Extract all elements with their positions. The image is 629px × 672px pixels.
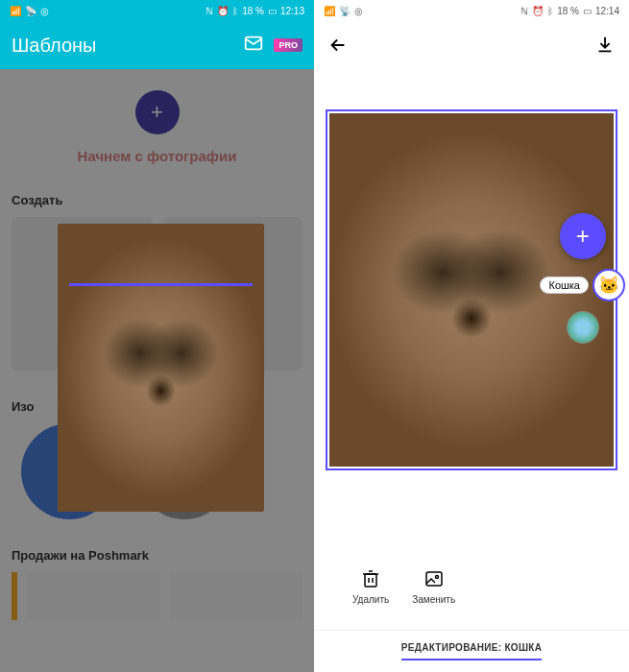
photo-processing-overlay xyxy=(58,224,264,512)
editor-top-bar xyxy=(314,21,629,69)
svg-rect-2 xyxy=(426,572,442,586)
delete-label: Удалить xyxy=(352,594,389,605)
signal-icon: 📶 xyxy=(10,6,21,16)
photo-preview xyxy=(58,224,264,512)
background-layer-button[interactable] xyxy=(567,311,599,344)
mail-icon[interactable] xyxy=(243,33,264,58)
app-bar: Шаблоны PRO xyxy=(0,21,314,69)
svg-point-3 xyxy=(435,576,438,579)
add-layer-button[interactable]: + xyxy=(560,213,606,259)
bluetooth-icon: ᛒ xyxy=(232,6,238,16)
battery-icon: ▭ xyxy=(268,6,277,16)
clock-text: 12:14 xyxy=(595,6,619,16)
status-bar-left: 📶 📡 ◎ ℕ ⏰ ᛒ 18 % ▭ 12:13 xyxy=(0,0,314,21)
camera-icon: ◎ xyxy=(354,6,363,16)
battery-icon: ▭ xyxy=(583,6,592,16)
camera-icon: ◎ xyxy=(40,6,49,16)
object-chip[interactable]: Кошка 🐱 xyxy=(540,269,625,301)
page-title: Шаблоны xyxy=(12,35,96,57)
clock-text: 12:13 xyxy=(280,6,304,16)
delete-button[interactable]: Удалить xyxy=(352,567,389,605)
back-button[interactable] xyxy=(327,35,349,56)
nfc-icon: ℕ xyxy=(206,6,213,16)
battery-text: 18 % xyxy=(557,6,579,16)
wifi-icon: 📡 xyxy=(25,6,36,16)
signal-icon: 📶 xyxy=(324,6,335,16)
pro-badge[interactable]: PRO xyxy=(274,38,302,52)
status-right-cluster: ℕ ⏰ ᛒ 18 % ▭ 12:14 xyxy=(520,6,619,16)
status-left-icons: 📶 📡 ◎ xyxy=(324,6,363,16)
editor-canvas[interactable]: + Кошка 🐱 xyxy=(324,108,619,472)
replace-button[interactable]: Заменить xyxy=(412,567,455,605)
status-left-icons: 📶 📡 ◎ xyxy=(10,6,49,16)
wifi-icon: 📡 xyxy=(339,6,351,16)
download-button[interactable] xyxy=(594,35,616,56)
object-label: Кошка xyxy=(540,276,589,294)
action-row: Удалить Заменить xyxy=(314,567,629,605)
battery-text: 18 % xyxy=(242,6,264,16)
status-bar-right: 📶 📡 ◎ ℕ ⏰ ᛒ 18 % ▭ 12:14 xyxy=(314,0,629,21)
bottom-edit-bar: РЕДАКТИРОВАНИЕ: КОШКА xyxy=(314,630,629,672)
alarm-icon: ⏰ xyxy=(217,6,229,16)
object-emoji-icon: 🐱 xyxy=(593,269,625,301)
replace-label: Заменить xyxy=(412,594,455,605)
status-right-cluster: ℕ ⏰ ᛒ 18 % ▭ 12:13 xyxy=(206,6,304,16)
nfc-icon: ℕ xyxy=(520,6,528,16)
edit-mode-tab[interactable]: РЕДАКТИРОВАНИЕ: КОШКА xyxy=(401,642,542,660)
bluetooth-icon: ᛒ xyxy=(547,6,553,16)
svg-rect-1 xyxy=(365,574,376,587)
alarm-icon: ⏰ xyxy=(532,6,544,16)
scan-progress-line xyxy=(69,283,253,286)
